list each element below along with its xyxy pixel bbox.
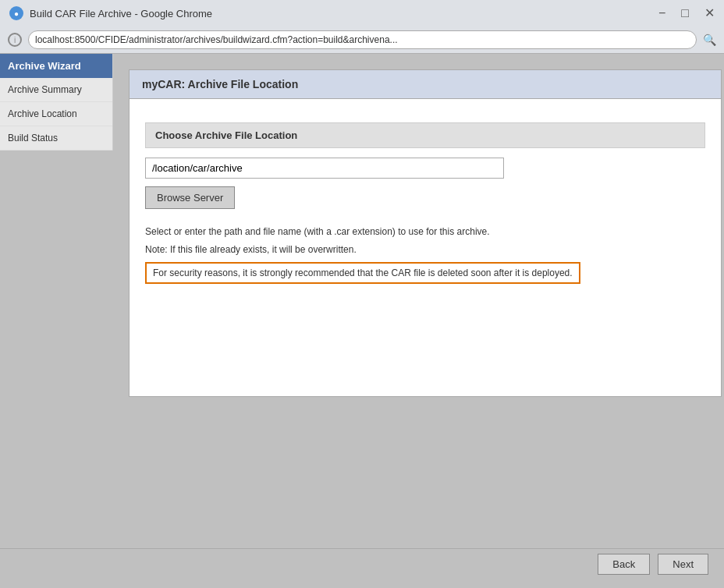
security-icon: i (8, 33, 22, 47)
browser-chrome: ● Build CAR File Archive - Google Chrome… (0, 0, 724, 54)
wizard-panel-body: Choose Archive File Location Browse Serv… (130, 99, 721, 307)
file-location-input[interactable] (145, 158, 504, 179)
window-controls: − □ ✕ (658, 7, 715, 19)
maximize-button[interactable]: □ (681, 7, 689, 19)
info-text-line1: Select or enter the path and file name (… (145, 225, 705, 239)
wizard-panel-title: myCAR: Archive File Location (130, 70, 721, 99)
title-bar: ● Build CAR File Archive - Google Chrome… (0, 0, 724, 27)
url-input[interactable] (28, 30, 697, 49)
app-container: Archive Wizard Archive Summary Archive L… (0, 54, 724, 548)
wizard-panel: myCAR: Archive File Location Choose Arch… (129, 69, 722, 397)
sidebar-item-archive-location[interactable]: Archive Location (0, 102, 112, 126)
browser-title: Build CAR File Archive - Google Chrome (30, 8, 652, 19)
next-button[interactable]: Next (658, 554, 708, 575)
minimize-button[interactable]: − (658, 7, 665, 19)
content-area: myCAR: Archive File Location Choose Arch… (113, 54, 724, 548)
sidebar-item-build-status[interactable]: Build Status (0, 126, 112, 151)
back-button[interactable]: Back (598, 554, 650, 575)
close-button[interactable]: ✕ (704, 7, 715, 19)
sidebar-wrapper: Archive Wizard Archive Summary Archive L… (0, 54, 113, 548)
sidebar-header: Archive Wizard (0, 54, 112, 78)
section-header: Choose Archive File Location (145, 122, 705, 148)
browser-icon: ● (9, 6, 23, 20)
sidebar-item-archive-summary[interactable]: Archive Summary (0, 78, 112, 102)
sidebar: Archive Wizard Archive Summary Archive L… (0, 54, 113, 151)
address-bar: i 🔍 (0, 27, 724, 53)
footer: Back Next (0, 548, 724, 579)
search-icon[interactable]: 🔍 (703, 34, 716, 46)
info-text-line2: Note: If this file already exists, it wi… (145, 243, 705, 257)
security-warning: For security reasons, it is strongly rec… (145, 262, 580, 284)
browse-server-button[interactable]: Browse Server (145, 186, 235, 209)
